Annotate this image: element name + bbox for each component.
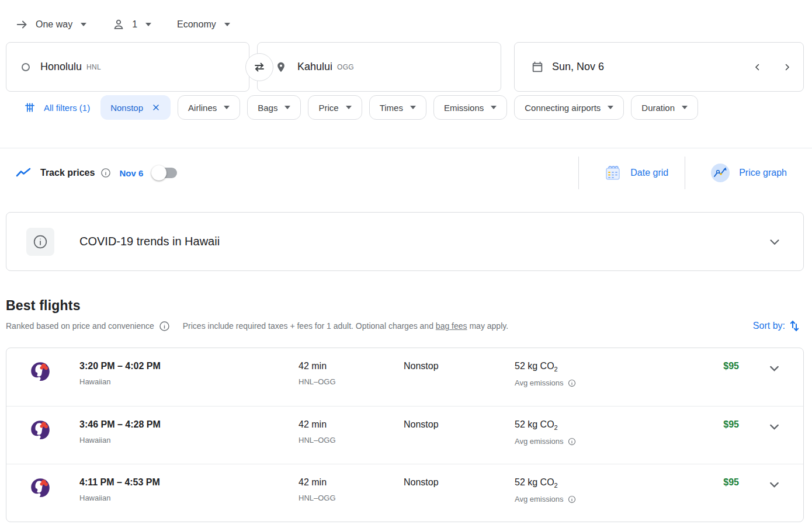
price-column: $95 bbox=[661, 419, 745, 430]
date-grid-label: Date grid bbox=[630, 168, 668, 178]
arrow-drop-down-icon bbox=[346, 106, 352, 109]
expand-column bbox=[745, 419, 803, 434]
chip-label: Duration bbox=[641, 103, 675, 113]
flight-price: $95 bbox=[661, 477, 739, 488]
flight-row[interactable]: 4:11 PM – 4:53 PM Hawaiian 42 min HNL–OG… bbox=[6, 464, 803, 522]
destination-city: Kahului bbox=[297, 61, 332, 73]
flight-stops: Nonstop bbox=[404, 477, 515, 488]
chip-label: Times bbox=[380, 103, 403, 113]
info-icon[interactable] bbox=[568, 495, 576, 503]
arrow-drop-down-icon bbox=[224, 23, 230, 26]
track-date-link[interactable]: Nov 6 bbox=[119, 168, 143, 178]
flight-price: $95 bbox=[661, 419, 739, 430]
flight-times: 3:46 PM – 4:28 PM bbox=[79, 419, 299, 430]
flight-stops: Nonstop bbox=[404, 419, 515, 430]
track-prices-row: Track prices Nov 6 Date grid Price graph bbox=[16, 158, 803, 188]
chip-label: Price bbox=[318, 103, 338, 113]
arrow-drop-down-icon bbox=[491, 106, 497, 109]
flight-route: HNL–OGG bbox=[299, 377, 404, 386]
trip-type-selector[interactable]: One way bbox=[16, 18, 86, 31]
avg-emissions-note: Avg emissions bbox=[515, 437, 661, 446]
chip-label: Emissions bbox=[444, 103, 484, 113]
duration-column: 42 min HNL–OGG bbox=[299, 361, 404, 386]
filter-chip-emissions[interactable]: Emissions bbox=[433, 95, 507, 120]
arrow-drop-down-icon bbox=[682, 106, 688, 109]
chevron-down-icon[interactable] bbox=[767, 361, 782, 376]
filter-chip-bags[interactable]: Bags bbox=[247, 95, 301, 120]
filter-chip-nonstop-active[interactable]: Nonstop bbox=[100, 95, 171, 120]
flight-stops: Nonstop bbox=[404, 361, 515, 371]
trip-controls-bar: One way 1 Economy bbox=[16, 15, 812, 34]
filter-chip-connecting-airports[interactable]: Connecting airports bbox=[514, 95, 624, 120]
date-field[interactable]: Sun, Nov 6 bbox=[514, 42, 804, 92]
track-prices-toggle[interactable] bbox=[152, 167, 177, 179]
origin-circle-icon bbox=[22, 63, 30, 71]
expand-column bbox=[745, 477, 803, 492]
co2-text: 52 kg CO bbox=[515, 477, 554, 487]
flight-times: 4:11 PM – 4:53 PM bbox=[79, 477, 299, 488]
arrow-drop-down-icon bbox=[284, 106, 290, 109]
price-column: $95 bbox=[661, 361, 745, 371]
one-way-arrow-icon bbox=[16, 18, 29, 31]
filter-chip-price[interactable]: Price bbox=[308, 95, 362, 120]
best-flights-list: 3:20 PM – 4:02 PM Hawaiian 42 min HNL–OG… bbox=[6, 348, 804, 522]
filter-chips-row: All filters (1) Nonstop Airlines Bags Pr… bbox=[16, 95, 812, 120]
chip-label: Airlines bbox=[188, 103, 217, 113]
previous-date-button[interactable] bbox=[751, 60, 765, 74]
close-icon[interactable] bbox=[151, 103, 161, 112]
covid-trends-card[interactable]: COVID-19 trends in Hawaii bbox=[6, 212, 804, 271]
chip-label: Connecting airports bbox=[525, 103, 601, 113]
airline-logo-column bbox=[30, 419, 79, 440]
flight-route: HNL–OGG bbox=[299, 494, 404, 502]
next-date-button[interactable] bbox=[780, 60, 794, 74]
passengers-selector[interactable]: 1 bbox=[112, 18, 151, 31]
swap-origin-destination-button[interactable] bbox=[245, 53, 273, 81]
filter-chip-duration[interactable]: Duration bbox=[631, 95, 698, 120]
flight-row[interactable]: 3:20 PM – 4:02 PM Hawaiian 42 min HNL–OG… bbox=[6, 348, 803, 406]
origin-airport-code: HNL bbox=[86, 63, 101, 71]
price-graph-label: Price graph bbox=[739, 168, 787, 178]
cabin-class-selector[interactable]: Economy bbox=[177, 19, 230, 30]
info-icon[interactable] bbox=[568, 437, 576, 446]
chevron-down-icon[interactable] bbox=[767, 419, 782, 434]
destination-field[interactable]: Kahului OGG bbox=[257, 42, 501, 92]
co2-subscript: 2 bbox=[554, 482, 558, 489]
ranked-note-text: Ranked based on price and convenience bbox=[6, 321, 154, 331]
hawaiian-airlines-logo bbox=[30, 477, 79, 498]
filter-chip-airlines[interactable]: Airlines bbox=[178, 95, 240, 120]
sort-by-button[interactable]: Sort by: bbox=[753, 319, 804, 332]
chevron-down-icon[interactable] bbox=[767, 234, 782, 249]
stops-column: Nonstop bbox=[404, 419, 515, 430]
date-grid-button[interactable]: Date grid bbox=[579, 164, 685, 182]
info-icon[interactable] bbox=[568, 379, 576, 387]
bag-fees-link[interactable]: bag fees bbox=[436, 321, 467, 331]
flight-times: 3:20 PM – 4:02 PM bbox=[79, 361, 299, 371]
sort-by-label: Sort by: bbox=[753, 321, 785, 331]
origin-field[interactable]: Honolulu HNL bbox=[6, 42, 249, 92]
airline-name: Hawaiian bbox=[79, 377, 299, 386]
co2-amount: 52 kg CO2 bbox=[515, 477, 661, 489]
co2-text: 52 kg CO bbox=[515, 361, 554, 371]
emissions-column: 52 kg CO2 Avg emissions bbox=[515, 419, 661, 446]
flight-duration: 42 min bbox=[299, 361, 404, 371]
flight-row[interactable]: 3:46 PM – 4:28 PM Hawaiian 42 min HNL–OG… bbox=[6, 406, 803, 464]
times-column: 3:46 PM – 4:28 PM Hawaiian bbox=[79, 419, 299, 444]
stops-column: Nonstop bbox=[404, 361, 515, 371]
price-graph-button[interactable]: Price graph bbox=[685, 162, 803, 183]
flight-duration: 42 min bbox=[299, 477, 404, 488]
all-filters-button[interactable]: All filters (1) bbox=[16, 102, 90, 113]
price-column: $95 bbox=[661, 477, 745, 488]
filter-chip-times[interactable]: Times bbox=[369, 95, 426, 120]
info-icon[interactable] bbox=[159, 321, 170, 332]
info-icon[interactable] bbox=[100, 168, 111, 178]
arrow-drop-down-icon bbox=[410, 106, 416, 109]
person-icon bbox=[112, 18, 125, 31]
sort-arrows-icon bbox=[789, 319, 800, 332]
airline-logo-column bbox=[30, 361, 79, 382]
chevron-down-icon[interactable] bbox=[767, 477, 782, 492]
best-flights-title: Best flights bbox=[6, 298, 804, 314]
avg-emissions-text: Avg emissions bbox=[515, 378, 564, 387]
price-disclaimer-text: Prices include required taxes + fees for… bbox=[183, 321, 436, 331]
nonstop-chip-label: Nonstop bbox=[110, 103, 143, 113]
location-pin-icon bbox=[275, 61, 287, 73]
